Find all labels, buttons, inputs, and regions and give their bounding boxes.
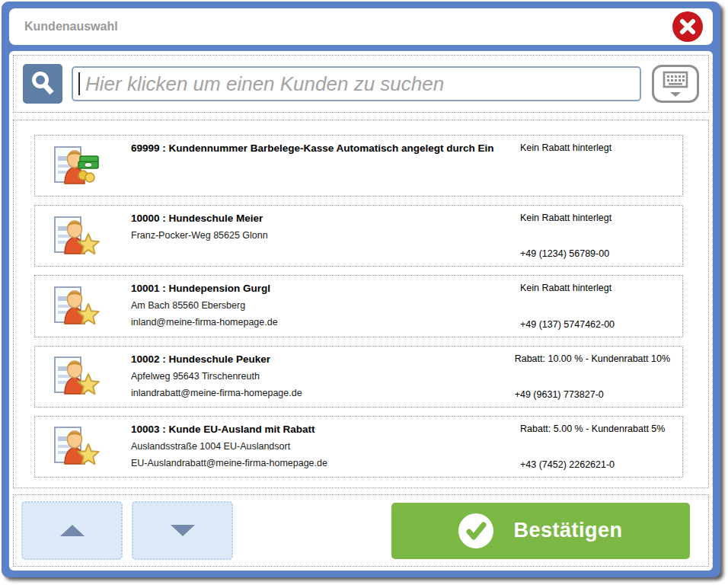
arrow-up-icon: [60, 525, 85, 536]
search-input-wrap: [72, 66, 641, 101]
customer-email: inland@meine-firma-homepage.de: [131, 317, 520, 328]
customer-discount: Rabatt: 10.00 % - Kundenrabatt 10%: [515, 353, 670, 364]
customer-title: 10000 : Hundeschule Meier: [131, 213, 520, 224]
customer-row[interactable]: 10000 : Hundeschule Meier Franz-Pocker-W…: [34, 205, 683, 267]
customer-email: inlandrabatt@meine-firma-homepage.de: [131, 388, 515, 398]
customer-list: 69999 : Kundennummer Barbelege-Kasse Aut…: [13, 120, 709, 488]
customer-address: Franz-Pocker-Weg 85625 Glonn: [131, 230, 520, 241]
row-icon-wrap: [52, 142, 101, 189]
customer-phone: +49 (137) 5747462-00: [520, 319, 615, 330]
customer-star-icon: [52, 354, 101, 398]
customer-star-icon: [52, 214, 101, 258]
customer-title: 10001 : Hundepension Gurgl: [131, 283, 520, 294]
customer-discount: Kein Rabatt hinterlegt: [520, 213, 611, 223]
customer-discount: Kein Rabatt hinterlegt: [520, 142, 611, 153]
customer-title: 69999 : Kundennummer Barbelege-Kasse Aut…: [131, 142, 520, 154]
row-icon-wrap: [52, 283, 101, 329]
window-title: Kundenauswahl: [24, 20, 118, 34]
text-caret: [78, 72, 80, 95]
keyboard-icon: [659, 69, 691, 99]
search-section: [13, 55, 709, 113]
row-right: Kein Rabatt hinterlegt: [520, 142, 670, 189]
row-icon-wrap: [52, 213, 101, 259]
checkmark-icon: [458, 513, 493, 548]
customer-email: EU-Auslandrabatt@meine-firma-homepage.de: [131, 458, 520, 468]
customer-phone: +49 (9631) 773827-0: [515, 389, 604, 400]
row-main: 10000 : Hundeschule Meier Franz-Pocker-W…: [101, 213, 520, 259]
row-main: 10002 : Hundeschule Peuker Apfelweg 9564…: [101, 353, 515, 400]
row-icon-wrap: [52, 353, 101, 400]
row-main: 10003 : Kunde EU-Ausland mit Rabatt Ausl…: [101, 424, 520, 470]
customer-row[interactable]: 10001 : Hundepension Gurgl Am Bach 85560…: [34, 275, 683, 337]
row-main: 10001 : Hundepension Gurgl Am Bach 85560…: [101, 283, 520, 329]
customer-star-icon: [52, 424, 101, 468]
customer-title: 10002 : Hundeschule Peuker: [131, 353, 515, 365]
row-right: Rabatt: 5.00 % - Kundenrabatt 5% +43 (74…: [520, 424, 670, 470]
customer-discount: Kein Rabatt hinterlegt: [520, 283, 611, 293]
search-input[interactable]: [72, 66, 641, 101]
customer-address: Auslandsstraße 1004 EU-Auslandsort: [131, 441, 520, 452]
close-button[interactable]: [672, 11, 703, 42]
row-right: Kein Rabatt hinterlegt +49 (137) 5747462…: [520, 283, 670, 329]
scroll-down-button[interactable]: [132, 501, 233, 560]
customer-address: Am Bach 85560 Ebersberg: [131, 300, 520, 311]
keyboard-button[interactable]: [652, 65, 699, 103]
arrow-down-icon: [171, 525, 195, 536]
customer-phone: +49 (1234) 56789-00: [520, 248, 609, 259]
customer-row[interactable]: 10003 : Kunde EU-Ausland mit Rabatt Ausl…: [34, 416, 683, 478]
customer-selection-dialog: Kundenauswahl: [2, 2, 720, 577]
row-right: Kein Rabatt hinterlegt +49 (1234) 56789-…: [520, 213, 670, 259]
customer-row[interactable]: 10002 : Hundeschule Peuker Apfelweg 9564…: [34, 346, 683, 408]
customer-row[interactable]: 69999 : Kundennummer Barbelege-Kasse Aut…: [34, 135, 683, 197]
dialog-content: 69999 : Kundennummer Barbelege-Kasse Aut…: [9, 51, 713, 571]
row-right: Rabatt: 10.00 % - Kundenrabatt 10% +49 (…: [515, 353, 670, 400]
confirm-label: Bestätigen: [513, 519, 622, 542]
close-icon: [678, 17, 698, 37]
search-icon: [28, 69, 57, 98]
customer-discount: Rabatt: 5.00 % - Kundenrabatt 5%: [520, 424, 665, 434]
footer-section: Bestätigen: [13, 494, 709, 567]
customer-address: Apfelweg 95643 Tirschenreuth: [131, 371, 515, 382]
titlebar: Kundenauswahl: [9, 8, 713, 45]
search-button[interactable]: [23, 64, 62, 104]
row-main: 69999 : Kundennummer Barbelege-Kasse Aut…: [101, 142, 520, 189]
customer-title: 10003 : Kunde EU-Ausland mit Rabatt: [131, 424, 520, 435]
customer-phone: +43 (7452) 2262621-0: [520, 459, 615, 470]
customer-cash-icon: [52, 144, 101, 188]
customer-star-icon: [52, 284, 101, 328]
row-icon-wrap: [52, 424, 101, 470]
scroll-up-button[interactable]: [21, 501, 123, 560]
confirm-button[interactable]: Bestätigen: [391, 503, 690, 559]
